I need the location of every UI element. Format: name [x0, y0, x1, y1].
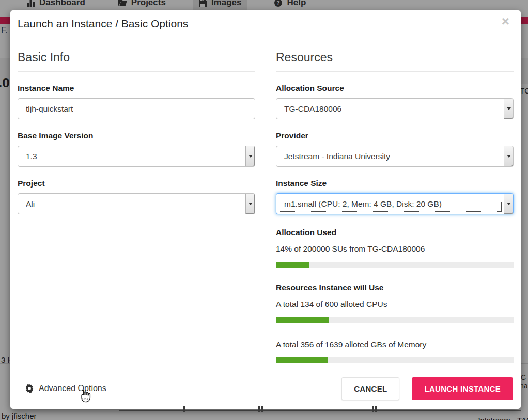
instance-name-group: Instance Name [18, 84, 255, 119]
bg-letter-stub [372, 406, 374, 412]
chevron-down-icon [245, 146, 255, 166]
bg-letter-stub [183, 406, 185, 412]
cpu-usage-progress-fill [276, 317, 329, 323]
advanced-options-label: Advanced Options [39, 384, 106, 393]
chevron-down-icon [504, 99, 513, 119]
cpu-usage-progressbar [276, 317, 514, 323]
allocation-used-heading: Allocation Used [276, 228, 514, 237]
instance-name-label: Instance Name [18, 84, 255, 93]
instance-size-label: Instance Size [276, 179, 514, 188]
cpu-usage-text: A total 134 of 600 alloted CPUs [276, 300, 514, 309]
allocation-used-text: 14% of 200000 SUs from TG-CDA180006 [276, 244, 514, 254]
chevron-down-icon [504, 146, 513, 166]
basic-info-heading: Basic Info [18, 51, 255, 72]
allocation-source-group: Allocation Source TG-CDA180006 [276, 84, 514, 119]
launch-instance-button[interactable]: LAUNCH INSTANCE [412, 377, 513, 400]
resources-heading: Resources [276, 51, 514, 72]
base-image-version-value: 1.3 [26, 152, 37, 161]
base-image-version-select[interactable]: 1.3 [18, 146, 255, 167]
modal-body: Basic Info Instance Name Base Image Vers… [10, 40, 521, 363]
chevron-down-icon [504, 194, 513, 214]
allocation-source-select[interactable]: TG-CDA180006 [276, 98, 514, 119]
provider-group: Provider Jetstream - Indiana University [276, 131, 514, 167]
instance-size-group: Instance Size m1.small (CPU: 2, Mem: 4 G… [276, 179, 514, 214]
project-value: Ali [26, 199, 35, 209]
allocation-source-value: TG-CDA180006 [284, 104, 341, 114]
resources-column: Resources Allocation Source TG-CDA180006… [276, 51, 514, 363]
allocation-used-progress-fill [276, 262, 309, 268]
bg-letter-stub [375, 406, 377, 412]
focus-ring [279, 196, 502, 212]
bg-letter-stub [258, 406, 260, 412]
base-image-version-group: Base Image Version 1.3 [18, 131, 255, 167]
advanced-options-button[interactable]: Advanced Options [25, 384, 106, 393]
provider-value: Jetstream - Indiana University [284, 152, 390, 161]
bg-letter-stub [261, 406, 263, 412]
project-group: Project Ali [18, 179, 255, 214]
resources-will-use-heading: Resources Instance will Use [276, 283, 514, 292]
gear-icon [25, 384, 34, 393]
chevron-down-icon [245, 194, 255, 214]
memory-usage-progress-fill [276, 357, 328, 363]
project-label: Project [18, 179, 255, 188]
provider-select[interactable]: Jetstream - Indiana University [276, 146, 514, 167]
allocation-used-progressbar [276, 262, 514, 268]
instance-size-select[interactable]: m1.small (CPU: 2, Mem: 4 GB, Disk: 20 GB… [276, 193, 514, 214]
memory-usage-text: A total 356 of 1639 alloted GBs of Memor… [276, 340, 514, 349]
modal-header: Launch an Instance / Basic Options × [10, 10, 521, 40]
modal-footer: Advanced Options CANCEL LAUNCH INSTANCE [10, 368, 521, 409]
bg-dark-row-edge [119, 410, 521, 411]
provider-label: Provider [276, 131, 514, 141]
instance-name-input[interactable] [18, 98, 255, 119]
basic-info-column: Basic Info Instance Name Base Image Vers… [18, 51, 255, 363]
project-select[interactable]: Ali [18, 193, 255, 214]
modal-title: Launch an Instance / Basic Options [18, 18, 514, 30]
launch-instance-modal: Launch an Instance / Basic Options × Bas… [10, 10, 521, 409]
memory-usage-progressbar [276, 357, 514, 363]
close-icon[interactable]: × [502, 14, 509, 28]
base-image-version-label: Base Image Version [18, 131, 255, 141]
allocation-source-label: Allocation Source [276, 84, 514, 93]
cancel-button[interactable]: CANCEL [341, 377, 399, 400]
